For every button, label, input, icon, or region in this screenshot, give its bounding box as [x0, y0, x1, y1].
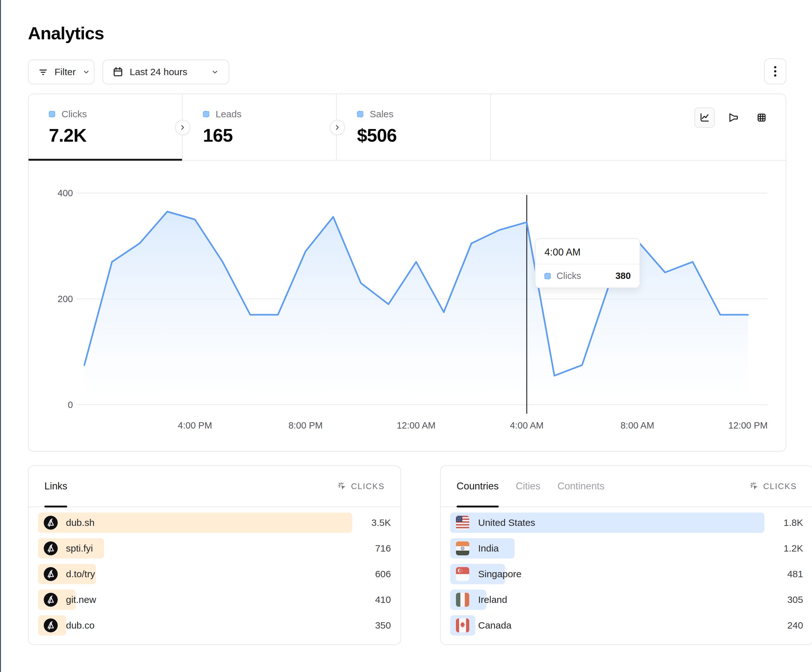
bar-area: Ireland: [450, 590, 764, 610]
country-value: 1.2K: [773, 543, 803, 554]
toolbar: Filter Last 24 hours: [28, 60, 786, 84]
tab-clicks[interactable]: Clicks 7.2K: [29, 94, 183, 160]
svg-text:4:00 PM: 4:00 PM: [178, 420, 212, 430]
country-label: United States: [478, 517, 535, 528]
country-label: Singapore: [478, 569, 522, 580]
link-label: spti.fyi: [66, 543, 93, 554]
filter-label: Filter: [55, 67, 76, 77]
svg-text:8:00 PM: 8:00 PM: [288, 420, 323, 430]
funnel-chart-icon: [727, 111, 739, 124]
tooltip-value: 380: [616, 271, 631, 281]
canada-flag-icon: [456, 618, 469, 633]
svg-text:12:00 PM: 12:00 PM: [728, 420, 768, 430]
link-value: 350: [360, 620, 391, 631]
metric-value: 7.2K: [49, 125, 182, 146]
bar-area: dub.sh: [38, 513, 352, 533]
tab-sales[interactable]: Sales $506: [337, 94, 491, 160]
svg-text:0: 0: [68, 400, 73, 410]
dub-logo-icon: [44, 541, 58, 555]
country-row[interactable]: Singapore481: [450, 564, 803, 584]
link-label: d.to/try: [66, 569, 95, 580]
svg-text:4:00 AM: 4:00 AM: [510, 420, 543, 430]
countries-sort-clicks[interactable]: CLICKS: [749, 481, 797, 491]
svg-text:400: 400: [58, 188, 73, 198]
bar-area: Canada: [450, 615, 764, 636]
more-options-button[interactable]: [764, 58, 786, 84]
table-view-toggle[interactable]: [751, 107, 772, 128]
svg-text:8:00 AM: 8:00 AM: [621, 420, 654, 430]
date-range-label: Last 24 hours: [130, 67, 188, 77]
bar-area: United States: [450, 513, 764, 533]
expand-leads-button[interactable]: [330, 120, 345, 135]
link-row[interactable]: dub.co350: [38, 615, 391, 636]
page-title: Analytics: [28, 23, 786, 43]
chart-canvas[interactable]: 02004004:00 PM8:00 PM12:00 AM4:00 AM8:00…: [29, 161, 787, 451]
line-chart-icon: [698, 111, 711, 124]
clicks-legend-icon: [49, 111, 55, 117]
expand-clicks-button[interactable]: [175, 120, 190, 135]
countries-panel: Countries Cities Continents CLICKS: [440, 465, 812, 645]
filter-button[interactable]: Filter: [28, 60, 94, 84]
country-value: 240: [773, 620, 803, 631]
india-flag-icon: [456, 541, 469, 555]
cursor-click-icon: [749, 481, 759, 491]
singapore-flag-icon: [456, 567, 469, 581]
country-value: 305: [773, 594, 803, 605]
chart-tooltip: 4:00 AM Clicks 380: [535, 238, 640, 288]
chart-mode-group: [694, 107, 772, 128]
metric-tabstrip: Clicks 7.2K Leads 165 Sales $506: [29, 94, 786, 161]
filter-icon: [38, 66, 49, 78]
tab-continents[interactable]: Continents: [558, 466, 604, 507]
tab-label: Countries: [457, 481, 499, 492]
kebab-menu-icon: [769, 64, 781, 78]
bar-area: d.to/try: [38, 564, 352, 584]
links-panel: Links CLICKS dub.sh3.5Kspti.fyi716d.to/t…: [28, 465, 401, 645]
country-value: 1.8K: [773, 517, 803, 528]
analytics-card: Clicks 7.2K Leads 165 Sales $506: [28, 94, 786, 452]
tab-leads[interactable]: Leads 165: [183, 94, 337, 160]
svg-text:200: 200: [58, 294, 73, 304]
links-sort-clicks[interactable]: CLICKS: [337, 481, 385, 491]
dub-logo-icon: [44, 516, 58, 530]
svg-text:12:00 AM: 12:00 AM: [397, 420, 436, 430]
link-row[interactable]: git.new410: [38, 590, 391, 610]
clicks-header-label: CLICKS: [763, 481, 797, 491]
bar-area: dub.co: [38, 615, 352, 636]
tab-label: Cities: [516, 481, 541, 492]
dub-logo-icon: [44, 567, 58, 581]
country-row[interactable]: Ireland305: [450, 590, 803, 610]
tab-countries[interactable]: Countries: [457, 466, 499, 507]
link-row[interactable]: dub.sh3.5K: [38, 513, 391, 533]
link-value: 606: [360, 569, 391, 580]
cursor-click-icon: [337, 481, 347, 491]
metric-label: Sales: [370, 109, 394, 119]
link-label: dub.co: [66, 620, 94, 631]
metric-value: $506: [357, 125, 490, 146]
tab-links[interactable]: Links: [44, 466, 67, 507]
link-row[interactable]: spti.fyi716: [38, 538, 391, 559]
tooltip-series-icon: [544, 273, 551, 279]
tab-cities[interactable]: Cities: [516, 466, 541, 507]
us-flag-icon: [456, 516, 469, 530]
dub-logo-icon: [44, 618, 58, 633]
bar-area: spti.fyi: [38, 538, 352, 559]
funnel-chart-toggle[interactable]: [723, 107, 743, 128]
country-row[interactable]: India1.2K: [450, 538, 803, 559]
country-label: Ireland: [478, 594, 507, 605]
link-label: git.new: [66, 594, 96, 605]
country-row[interactable]: Canada240: [450, 615, 803, 636]
link-value: 3.5K: [360, 517, 391, 528]
clicks-time-series-chart[interactable]: 02004004:00 PM8:00 PM12:00 AM4:00 AM8:00…: [29, 161, 786, 451]
country-value: 481: [773, 569, 803, 580]
grid-table-icon: [755, 111, 768, 124]
link-row[interactable]: d.to/try606: [38, 564, 391, 584]
country-row[interactable]: United States1.8K: [450, 513, 803, 533]
line-chart-toggle[interactable]: [694, 107, 715, 128]
date-range-button[interactable]: Last 24 hours: [102, 60, 229, 84]
tooltip-series-label: Clicks: [556, 271, 581, 281]
bar-area: git.new: [38, 590, 352, 610]
metric-value: 165: [203, 125, 336, 146]
metric-label: Clicks: [61, 109, 87, 119]
link-label: dub.sh: [66, 517, 94, 528]
dub-logo-icon: [44, 593, 58, 607]
